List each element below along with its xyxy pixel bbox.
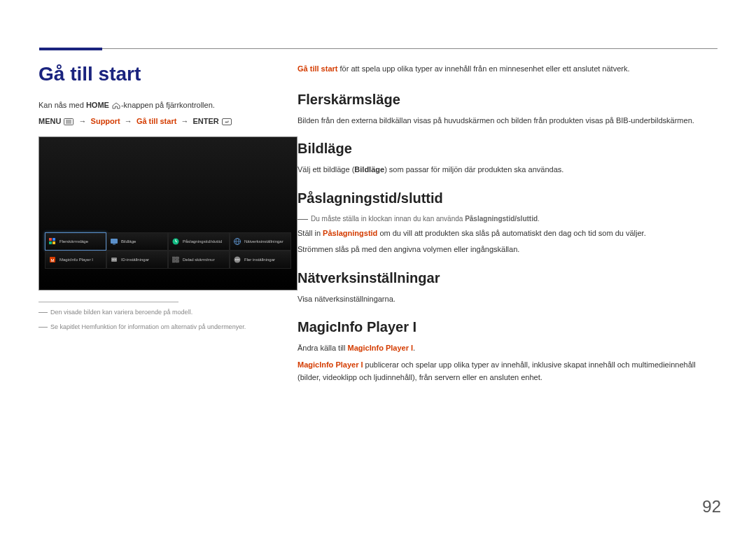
enter-button-icon <box>222 118 232 125</box>
svg-point-26 <box>235 259 237 260</box>
more-icon <box>233 255 241 264</box>
body-paslagningstid-2: Ställ in Påslagningstid om du vill att p… <box>298 227 696 240</box>
svg-rect-17 <box>111 258 117 262</box>
menu-item-label: Delad skärm/mur <box>183 258 215 262</box>
svg-point-27 <box>237 259 238 260</box>
footnote-1: ― Den visade bilden kan variera beroende… <box>38 308 276 317</box>
svg-point-18 <box>113 259 114 260</box>
menu-item-fler: Fler inställningar <box>230 251 291 269</box>
clock-icon <box>172 237 180 246</box>
heading-flerskamslage: Flerskärmsläge <box>298 92 696 108</box>
home-icon <box>112 102 120 109</box>
menu-item-paslagningstid: Påslagningstid/sluttid <box>168 232 230 251</box>
menu-item-label: Fler inställningar <box>244 258 275 262</box>
menu-item-delad: Delad skärm/mur <box>168 251 230 269</box>
svg-rect-7 <box>49 241 52 244</box>
svg-rect-8 <box>52 241 55 244</box>
svg-text:M: M <box>51 258 55 262</box>
tv-screenshot: Flerskärmsläge Bildläge Påslagningstid/s… <box>38 136 298 290</box>
multi-screen-icon <box>48 237 57 246</box>
menu-item-id: ID-inställningar <box>106 251 168 269</box>
body-paslagningstid-3: Strömmen slås på med den angivna volymen… <box>298 244 696 256</box>
page-title: Gå till start <box>38 63 276 85</box>
page-number: 92 <box>702 497 721 517</box>
remote-instruction: Kan nås med HOME -knappen på fjärrkontro… <box>38 99 276 111</box>
svg-rect-5 <box>49 238 52 241</box>
menu-item-label: Bildläge <box>121 239 136 244</box>
screen-icon <box>110 237 118 246</box>
svg-rect-19 <box>115 259 117 260</box>
heading-magicinfo: MagicInfo Player I <box>298 319 696 335</box>
menu-item-label: Nätverksinställningar <box>244 239 284 244</box>
id-icon <box>110 255 118 264</box>
menu-item-flerskamslage: Flerskärmsläge <box>45 232 106 251</box>
menu-item-label: ID-inställningar <box>121 258 149 262</box>
footnote-2: ― Se kapitlet Hemfunktion för informatio… <box>38 323 276 332</box>
body-magicinfo-1: Ändra källa till MagicInfo Player I. <box>298 342 696 355</box>
menu-item-bildlage: Bildläge <box>106 232 168 251</box>
menu-item-natverksinstallningar: Nätverksinställningar <box>230 232 291 251</box>
svg-rect-20 <box>115 260 117 260</box>
menu-item-magicinfo: M MagicInfo Player I <box>45 251 106 269</box>
body-magicinfo-2: MagicInfo Player I publicerar och spelar… <box>298 359 696 384</box>
body-natverksinstallningar: Visa nätverksinställningarna. <box>298 293 696 306</box>
svg-rect-22 <box>176 257 179 260</box>
left-column: Gå till start Kan nås med HOME -knappen … <box>38 42 298 331</box>
menu-item-label: MagicInfo Player I <box>59 258 93 262</box>
heading-bildlage: Bildläge <box>298 141 696 157</box>
body-flerskamslage: Bilden från den externa bildkällan visas… <box>298 115 696 127</box>
heading-natverksinstallningar: Nätverksinställningar <box>298 270 696 286</box>
heading-paslagningstid: Påslagningstid/sluttid <box>298 190 696 206</box>
menu-item-label: Påslagningstid/sluttid <box>183 239 222 244</box>
menu-button-icon <box>64 118 74 125</box>
footnote-divider <box>38 302 178 302</box>
svg-rect-9 <box>111 239 118 244</box>
menu-path: MENU → Support → Gå till start → ENTER <box>38 115 276 127</box>
svg-rect-24 <box>176 260 179 263</box>
svg-rect-23 <box>173 260 176 263</box>
menu-item-label: Flerskärmsläge <box>59 239 88 244</box>
svg-rect-10 <box>113 244 115 245</box>
svg-rect-4 <box>222 118 231 125</box>
body-bildlage: Välj ett bildläge (Bildläge) som passar … <box>298 164 696 176</box>
network-icon <box>233 237 241 246</box>
svg-rect-21 <box>173 257 176 260</box>
svg-point-28 <box>238 259 239 260</box>
magicinfo-icon: M <box>48 255 57 264</box>
intro-text: Gå till start för att spela upp olika ty… <box>298 63 696 75</box>
note-paslagningstid: ― Du måste ställa in klockan innan du ka… <box>298 213 696 225</box>
svg-rect-6 <box>52 238 55 241</box>
right-column: Gå till start för att spela upp olika ty… <box>298 42 696 388</box>
wall-icon <box>172 255 180 264</box>
